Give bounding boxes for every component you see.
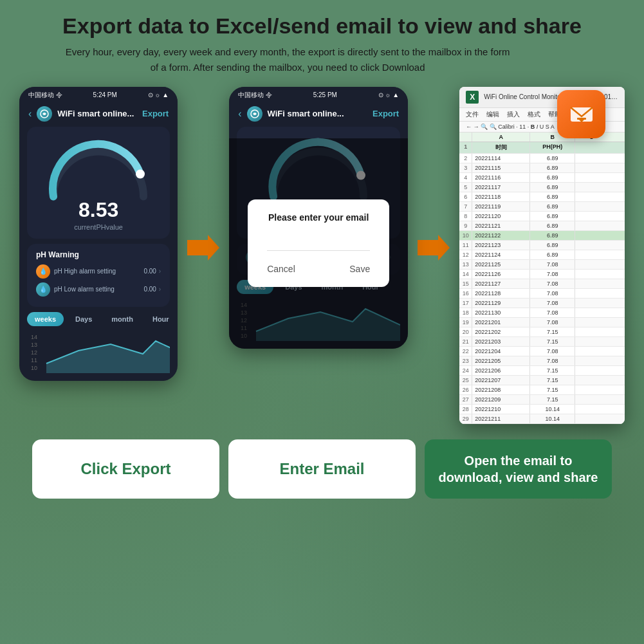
excel-cell-num: 5 [459, 183, 472, 192]
excel-cell-b: 6.89 [530, 250, 575, 259]
phone2-icons: ⊙ ☼ ▲ [378, 91, 400, 98]
excel-cell-c [575, 366, 607, 375]
phone1-export-btn[interactable]: Export [142, 109, 169, 118]
excel-cell-num: 9 [459, 221, 472, 230]
excel-cell-b: 6.89 [530, 221, 575, 230]
excel-cell-num: 14 [459, 270, 472, 279]
dialog-title: Please enter your email [267, 212, 370, 223]
excel-cell-c [575, 221, 607, 230]
excel-cell-c [575, 327, 607, 336]
excel-row-19: 20 20221202 7.15 [459, 327, 625, 337]
dialog-cancel-btn[interactable]: Cancel [267, 264, 295, 274]
excel-row-11: 12 20221124 6.89 [459, 250, 625, 260]
excel-row-24: 25 20221207 7.15 [459, 376, 625, 385]
svg-text:12: 12 [31, 349, 37, 356]
phone1-back-icon[interactable]: ‹ [28, 108, 32, 120]
excel-cell-0-b: PH(PH) [530, 142, 575, 153]
main-title: Export data to Excel/send email to view … [62, 13, 582, 39]
excel-row-28: 29 20221211 10.14 [459, 414, 625, 424]
excel-cell-c [575, 405, 607, 414]
excel-row-3: 4 20221116 6.89 [459, 173, 625, 183]
phone1-gauge-value: 8.53 [78, 198, 118, 222]
phone1-title: WiFi smart online... [57, 109, 134, 118]
excel-cell-num: 22 [459, 347, 472, 356]
excel-cell-num: 3 [459, 163, 472, 172]
dialog-save-btn[interactable]: Save [349, 264, 370, 274]
excel-cell-num: 7 [459, 202, 472, 211]
excel-cell-a: 20221205 [472, 356, 530, 365]
arrow2-container [418, 87, 450, 261]
phone1-status-bar: 中国移动 令 5:24 PM ⊙ ☼ ▲ [19, 87, 178, 102]
excel-cell-a: 20221120 [472, 212, 530, 221]
phone1-tab-month[interactable]: month [104, 312, 141, 326]
phone1-ph-warning-title: pH Warning [36, 250, 161, 259]
excel-cell-c [575, 192, 607, 201]
excel-cell-num: 18 [459, 308, 472, 317]
phone1-ph-warning: pH Warning 💧 pH High alarm setting 0.00 … [27, 244, 170, 307]
excel-cell-b: 6.89 [530, 192, 575, 201]
dialog-email-input[interactable] [267, 235, 370, 251]
phone1-tab-weeks[interactable]: weeks [27, 312, 64, 326]
excel-cell-b: 7.08 [530, 279, 575, 288]
excel-cell-c [575, 299, 607, 308]
excel-cell-b: 7.15 [530, 395, 575, 404]
excel-cell-a: 20221126 [472, 270, 530, 279]
excel-cell-num: 28 [459, 405, 472, 414]
excel-row-27: 28 20221210 10.14 [459, 405, 625, 414]
excel-cell-c [575, 202, 607, 211]
excel-cell-b: 6.89 [530, 154, 575, 163]
excel-cell-c [575, 250, 607, 259]
excel-cell-b: 6.89 [530, 212, 575, 221]
excel-cell-0-c [575, 142, 607, 153]
excel-cell-c [575, 260, 607, 269]
phone2-back-icon[interactable]: ‹ [238, 108, 241, 120]
excel-row-25: 26 20221208 7.15 [459, 385, 625, 395]
excel-menu-file[interactable]: 文件 [466, 110, 479, 119]
excel-cell-a: 20221124 [472, 250, 530, 259]
bottom-card-1: Click Export [32, 439, 219, 499]
phone1-ph-low-chevron: › [159, 286, 161, 293]
excel-cell-c [575, 347, 607, 356]
excel-cell-num: 6 [459, 192, 472, 201]
excel-cell-a: 20221204 [472, 347, 530, 356]
excel-menu-format[interactable]: 格式 [528, 110, 540, 119]
excel-cell-b: 7.15 [530, 337, 575, 346]
phone2-dialog-overlay: Please enter your email Cancel Save [229, 138, 408, 349]
excel-cell-a: 20221208 [472, 385, 530, 394]
excel-cell-num: 11 [459, 241, 472, 250]
excel-col-a-header: A [472, 133, 530, 142]
excel-row-14: 15 20221127 7.08 [459, 279, 625, 289]
excel-cell-b: 7.15 [530, 366, 575, 375]
excel-menu-insert[interactable]: 插入 [507, 110, 520, 119]
phone1-gauge-svg [41, 137, 156, 205]
excel-cell-c [575, 231, 607, 240]
phone1-gauge-container: 8.53 currentPHvalue [27, 127, 170, 239]
excel-row-23: 24 20221206 7.15 [459, 366, 625, 376]
excel-cell-num: 15 [459, 279, 472, 288]
excel-cell-0-a: 时间 [472, 142, 530, 153]
excel-cell-num: 19 [459, 318, 472, 327]
phone2-container: 中国移动 令 5:25 PM ⊙ ☼ ▲ ‹ WiFi smart online… [229, 87, 408, 349]
bottom-card-2: Enter Email [228, 439, 416, 499]
excel-cell-c [575, 376, 607, 385]
excel-cell-c [575, 414, 607, 423]
svg-text:11: 11 [31, 357, 37, 363]
excel-row-5: 6 20221118 6.89 [459, 192, 625, 202]
phone1-tab-days[interactable]: Days [68, 312, 100, 326]
email-icon [568, 101, 595, 128]
phone1-logo [37, 106, 52, 122]
excel-menu-edit[interactable]: 编辑 [486, 110, 499, 119]
subtitle: Every hour, every day, every week and ev… [62, 44, 513, 75]
phone1-gauge-label: currentPHvalue [74, 223, 123, 231]
bottom-card-3: Open the email to download, view and sha… [425, 439, 612, 499]
excel-cell-b: 7.15 [530, 385, 575, 394]
phone2-export-btn[interactable]: Export [373, 109, 399, 118]
phone1-header: ‹ WiFi smart online... Export [19, 102, 178, 127]
arrow1-icon [187, 235, 219, 261]
phone2-header-left: ‹ WiFi smart online... [238, 106, 344, 122]
excel-row-21: 22 20221204 7.08 [459, 347, 625, 356]
excel-cell-c [575, 395, 607, 404]
phone1-tab-hour[interactable]: Hour [145, 312, 177, 326]
excel-cell-b: 10.14 [530, 414, 575, 423]
phone1-ph-low-val: 0.00 [143, 286, 156, 293]
